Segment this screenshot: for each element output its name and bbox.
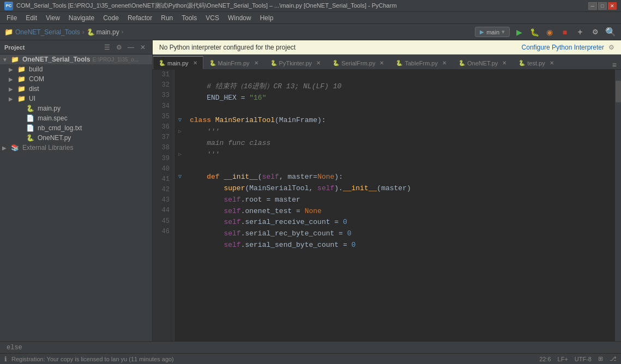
sidebar-settings-btn[interactable]: ⚙: [114, 43, 124, 52]
tab-onenet-py[interactable]: 🐍 OneNET.py ✕: [453, 56, 513, 69]
tree-item-external[interactable]: ▶ 📚 External Libraries: [0, 143, 152, 153]
notification-bar: No Python interpreter configured for the…: [153, 40, 621, 54]
tree-root[interactable]: ▼ 📁 OneNET_Serial_Tools E:\PROJ_1\35_o..…: [0, 54, 152, 64]
tab-close-pytkinter[interactable]: ✕: [316, 60, 321, 66]
tab-close-tablefrm[interactable]: ✕: [442, 60, 447, 66]
menu-window[interactable]: Window: [224, 13, 256, 23]
tab-test-py[interactable]: 🐍 test.py ✕: [513, 56, 559, 69]
minimize-button[interactable]: ─: [588, 2, 597, 10]
menu-edit[interactable]: Edit: [21, 13, 41, 23]
tab-label-tablefrm: TableFrm.py: [405, 60, 438, 66]
tree-root-path: E:\PROJ_1\35_o...: [92, 57, 138, 63]
settings-button[interactable]: ⚙: [589, 26, 601, 38]
menu-view[interactable]: View: [41, 13, 64, 23]
window-controls: ─ □ ✕: [588, 2, 617, 10]
menu-code[interactable]: Code: [99, 13, 123, 23]
file-encoding[interactable]: UTF-8: [575, 356, 592, 362]
folder-icon: 📁: [17, 65, 27, 73]
tab-mainfrm-py[interactable]: 🐍 MainFrm.py ✕: [203, 56, 264, 69]
tab-list-button[interactable]: ≡: [612, 60, 617, 69]
tab-close-main[interactable]: ✕: [193, 60, 197, 66]
tree-arrow-ui: ▶: [9, 96, 17, 102]
search-everywhere-button[interactable]: 🔍: [605, 26, 617, 38]
sidebar-collapse-btn[interactable]: —: [126, 43, 136, 52]
menu-tools[interactable]: Tools: [177, 13, 201, 23]
run-with-coverage-button[interactable]: ◉: [544, 26, 556, 38]
tree-item-main-spec[interactable]: ▶ 📄 main.spec: [0, 113, 152, 123]
tree-item-main-py[interactable]: ▶ 🐍 main.py: [0, 104, 152, 113]
menu-navigate[interactable]: Navigate: [64, 13, 99, 23]
sidebar-hide-btn[interactable]: ☰: [102, 43, 112, 52]
code-indent: [190, 81, 207, 93]
code-line-37: main func class: [190, 138, 610, 149]
tab-bar: 🐍 main.py ✕ 🐍 MainFrm.py ✕ 🐍 PyTkinter.p…: [153, 54, 621, 70]
tab-bar-end: ≡: [560, 60, 621, 69]
tab-serialfrm-py[interactable]: 🐍 SerialFrm.py ✕: [327, 56, 390, 69]
editor-scrollbar[interactable]: [614, 70, 621, 341]
cursor-position[interactable]: 22:6: [539, 356, 551, 362]
scroll-thumb[interactable]: [616, 81, 621, 102]
tree-item-dist[interactable]: ▶ 📁 dist: [0, 84, 152, 94]
file-py-icon: 🐍: [26, 105, 36, 112]
line-num: 38: [155, 143, 170, 153]
debug-button[interactable]: 🐛: [528, 26, 540, 38]
menu-vcs[interactable]: VCS: [201, 13, 224, 23]
code-editor[interactable]: 31 32 33 34 35 36 37 38 39 40 41 42 43 4…: [153, 70, 621, 341]
code-dot3: .: [241, 217, 245, 228]
tab-close-serialfrm[interactable]: ✕: [379, 60, 384, 66]
tab-tablefrm-py[interactable]: 🐍 TableFrm.py ✕: [390, 56, 453, 69]
tab-close-mainfrm[interactable]: ✕: [254, 60, 258, 66]
menu-file[interactable]: File: [2, 13, 21, 23]
code-attr-send-byte: serial_send_byte_count: [245, 240, 339, 251]
tree-item-ui[interactable]: ▶ 📁 UI: [0, 94, 152, 104]
run-configuration[interactable]: ▶ main ▾: [475, 27, 510, 37]
tree-arrow-dist: ▶: [9, 86, 17, 92]
code-line-33: END_HEX = ″16″: [190, 93, 610, 104]
code-none: None: [317, 172, 334, 183]
menu-run[interactable]: Run: [156, 13, 177, 23]
code-keyword-class: class: [190, 115, 215, 126]
tree-item-log-txt[interactable]: ▶ 📄 nb_cmd_log.txt: [0, 123, 152, 133]
file-txt-icon: 📄: [26, 124, 36, 132]
code-attr-onenet: onenet_test: [245, 206, 292, 217]
code-content[interactable]: # 结束符（16进制）CR 13; NL(LF) 10 END_HEX = ″1…: [185, 70, 614, 341]
add-config-button[interactable]: +: [574, 26, 586, 38]
project-label[interactable]: OneNET_Serial_Tools: [15, 28, 80, 36]
fold-arrow-docstring[interactable]: ▷: [178, 126, 182, 138]
file-name[interactable]: main.py: [97, 28, 119, 36]
line-num: 46: [155, 227, 170, 237]
line-separator[interactable]: LF+: [558, 356, 568, 362]
tree-item-build[interactable]: ▶ 📁 build: [0, 64, 152, 74]
fold-arrow-def[interactable]: ▽: [178, 172, 182, 183]
fold-arrow-class[interactable]: ▽: [178, 115, 182, 126]
folder-icon: 📁: [11, 56, 21, 63]
line-num: 45: [155, 216, 170, 227]
code-indent: [190, 93, 207, 104]
notification-settings-icon[interactable]: ⚙: [608, 44, 614, 51]
stop-button[interactable]: ■: [559, 26, 571, 38]
fold-arrow-docstring-end[interactable]: ▷: [178, 149, 182, 161]
close-button[interactable]: ✕: [608, 2, 617, 10]
tab-pytkinter-py[interactable]: 🐍 PyTkinter.py ✕: [264, 56, 327, 69]
code-paren4: ): [407, 183, 411, 195]
menu-refactor[interactable]: Refactor: [123, 13, 156, 23]
code-line-34: [190, 104, 610, 115]
line-num: 35: [155, 112, 170, 122]
tab-main-py[interactable]: 🐍 main.py ✕: [153, 56, 203, 69]
code-paren2: ).: [334, 183, 343, 195]
code-eq: =: [313, 172, 317, 183]
menu-help[interactable]: Help: [256, 13, 278, 23]
maximize-button[interactable]: □: [598, 2, 607, 10]
run-button[interactable]: ▶: [513, 26, 525, 38]
tab-icon-pytkinter: 🐍: [270, 60, 277, 66]
tree-item-onenet-py[interactable]: ▶ 🐍 OneNET.py: [0, 133, 152, 143]
sidebar-close-btn[interactable]: ✕: [138, 43, 148, 52]
configure-interpreter-link[interactable]: Configure Python Interpreter: [522, 44, 604, 51]
tab-close-onenet[interactable]: ✕: [502, 60, 507, 66]
line-num: 34: [155, 101, 170, 112]
run-config-icon: ▶: [480, 29, 484, 35]
tab-close-test[interactable]: ✕: [550, 60, 554, 66]
tree-item-com[interactable]: ▶ 📁 COM: [0, 74, 152, 84]
code-self6: self: [224, 228, 240, 240]
tree-arrow-root: ▼: [2, 57, 11, 63]
